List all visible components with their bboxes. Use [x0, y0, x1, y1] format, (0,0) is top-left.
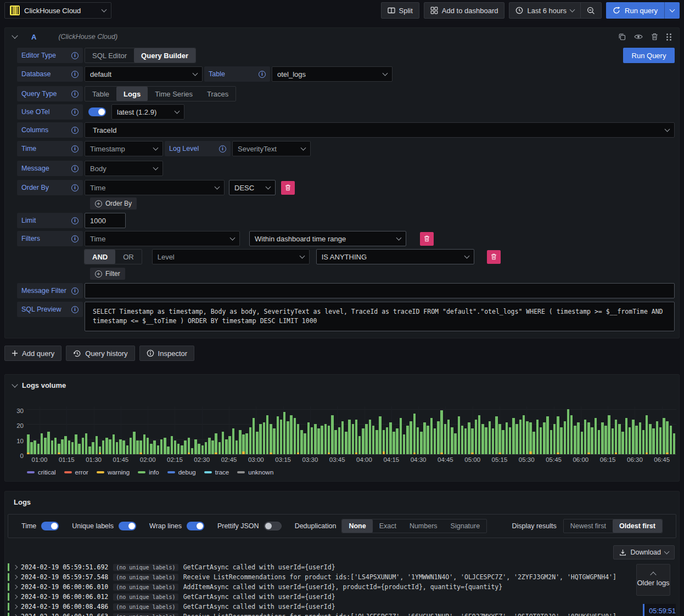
columns-field-label: Columns i: [17, 122, 83, 138]
order-by-direction-select[interactable]: DESC: [229, 180, 276, 195]
remove-order-by-button[interactable]: [281, 181, 295, 195]
table-select[interactable]: otel_logs: [272, 66, 393, 82]
message-filter-input[interactable]: [85, 283, 675, 298]
add-order-by-button[interactable]: + Order By: [90, 197, 137, 210]
duplicate-query-button[interactable]: [618, 33, 626, 41]
query-history-button[interactable]: Query history: [66, 346, 134, 361]
info-icon[interactable]: i: [71, 287, 79, 295]
filter-condition-select[interactable]: IS ANYTHING: [316, 249, 474, 264]
time-toggle[interactable]: [41, 522, 59, 530]
legend-item-error[interactable]: error: [64, 469, 88, 476]
message-column-select[interactable]: Body: [85, 161, 163, 176]
volume-bar: [536, 420, 539, 454]
log-row[interactable]: 2024-02-19 06:00:08.486 (no unique label…: [8, 602, 679, 612]
query-type-option-table[interactable]: Table: [85, 87, 116, 101]
download-button[interactable]: Download: [613, 545, 675, 560]
info-icon[interactable]: i: [71, 91, 79, 98]
conjunction-option-and[interactable]: AND: [85, 250, 115, 264]
log-row[interactable]: 2024-02-19 06:00:06.010 (no unique label…: [8, 582, 679, 592]
legend-item-critical[interactable]: critical: [27, 469, 56, 476]
run-query-panel-button[interactable]: Run Query: [623, 48, 675, 63]
info-icon[interactable]: i: [71, 217, 79, 224]
field-label-text: Message: [21, 165, 49, 172]
log-row[interactable]: 2024-02-19 06:00:18.663 (no unique label…: [8, 612, 679, 616]
editor-type-option-sql-editor[interactable]: SQL Editor: [85, 48, 134, 63]
run-query-dropdown[interactable]: [665, 2, 680, 19]
time-column-select[interactable]: Timestamp: [85, 141, 163, 156]
volume-bar: [471, 428, 474, 454]
hide-response-button[interactable]: [634, 33, 643, 40]
legend-item-warning[interactable]: warning: [97, 469, 130, 476]
order-by-column-select[interactable]: Time: [85, 180, 225, 195]
display-option-newest-first[interactable]: Newest first: [564, 519, 613, 533]
time-range-button[interactable]: Last 6 hours: [509, 3, 580, 18]
inspector-button[interactable]: Inspector: [139, 346, 194, 361]
info-icon[interactable]: i: [71, 184, 79, 191]
prettify-json-toggle[interactable]: [264, 522, 282, 530]
logs-volume-chart[interactable]: 0102030: [27, 406, 676, 455]
dedup-option-numbers[interactable]: Numbers: [403, 519, 444, 533]
run-query-button[interactable]: Run query: [606, 2, 664, 19]
log-navigation-time[interactable]: 05:59:51: [643, 604, 676, 616]
conjunction-option-or[interactable]: OR: [115, 250, 142, 264]
log-level-indicator: [8, 593, 9, 601]
collapse-query-icon[interactable]: [12, 32, 18, 38]
add-to-dashboard-button[interactable]: Add to dashboard: [424, 2, 505, 19]
legend-item-info[interactable]: info: [138, 469, 159, 476]
add-filter-button[interactable]: + Filter: [90, 268, 125, 280]
legend-item-trace[interactable]: trace: [204, 469, 229, 476]
log-row[interactable]: 2024-02-19 06:00:06.012 (no unique label…: [8, 592, 679, 602]
chevron-down-icon: [193, 70, 198, 76]
log-row[interactable]: 2024-02-19 05:59:57.548 (no unique label…: [8, 572, 679, 582]
otel-version-select[interactable]: latest (1.2.9): [111, 104, 184, 120]
query-type-option-logs[interactable]: Logs: [116, 87, 148, 101]
dedup-option-none[interactable]: None: [342, 519, 372, 533]
columns-multiselect[interactable]: TraceId: [85, 122, 675, 138]
collapse-volume-icon[interactable]: [12, 381, 18, 387]
query-type-option-time-series[interactable]: Time Series: [148, 87, 200, 101]
inspector-label: Inspector: [158, 349, 187, 358]
use-otel-toggle[interactable]: [88, 108, 106, 116]
zoom-out-button[interactable]: [581, 3, 601, 18]
volume-bar: [130, 438, 132, 454]
field-label-text: Log Level: [169, 145, 199, 152]
filter-level-select[interactable]: Level: [152, 249, 310, 264]
dedup-option-exact[interactable]: Exact: [373, 519, 403, 533]
unique-labels-toggle[interactable]: [119, 522, 136, 530]
remove-sub-filter-button[interactable]: [487, 250, 501, 264]
older-logs-button[interactable]: Older logs: [636, 564, 670, 596]
info-icon[interactable]: i: [71, 71, 79, 78]
log-row[interactable]: 2024-02-19 05:59:51.692 (no unique label…: [8, 562, 679, 572]
info-icon[interactable]: i: [71, 52, 79, 59]
remove-filter-button[interactable]: [420, 232, 434, 246]
info-icon[interactable]: i: [219, 145, 226, 152]
wrap-lines-toggle[interactable]: [187, 522, 204, 530]
info-icon[interactable]: i: [71, 127, 79, 134]
editor-type-option-query-builder[interactable]: Query Builder: [134, 48, 195, 63]
x-axis-tick-label: 01:30: [86, 456, 102, 463]
display-option-oldest-first[interactable]: Oldest first: [613, 519, 662, 533]
datasource-picker[interactable]: ClickHouse Cloud: [4, 2, 111, 19]
info-icon[interactable]: i: [259, 71, 266, 78]
info-icon[interactable]: i: [71, 145, 79, 152]
info-icon[interactable]: i: [71, 306, 79, 313]
filter-operator-select[interactable]: Within dashboard time range: [249, 231, 406, 246]
add-query-button[interactable]: Add query: [4, 346, 61, 361]
database-select[interactable]: default: [85, 66, 203, 82]
drag-handle-icon[interactable]: [666, 33, 671, 41]
volume-bar: [239, 430, 242, 454]
split-button[interactable]: Split: [381, 2, 419, 19]
log-level-select[interactable]: SeverityText: [232, 141, 311, 156]
log-timestamp: 2024-02-19 05:59:57.548: [21, 573, 108, 581]
query-type-option-traces[interactable]: Traces: [200, 87, 236, 101]
info-icon[interactable]: i: [71, 109, 79, 116]
filter-column-select[interactable]: Time: [85, 231, 240, 246]
volume-bar: [629, 427, 631, 455]
legend-item-unknown[interactable]: unknown: [237, 469, 273, 476]
remove-query-button[interactable]: [651, 33, 658, 41]
dedup-option-signature[interactable]: Signature: [444, 519, 487, 533]
info-icon[interactable]: i: [71, 165, 79, 172]
limit-input[interactable]: [85, 213, 126, 228]
legend-item-debug[interactable]: debug: [167, 469, 196, 476]
info-icon[interactable]: i: [71, 235, 79, 242]
